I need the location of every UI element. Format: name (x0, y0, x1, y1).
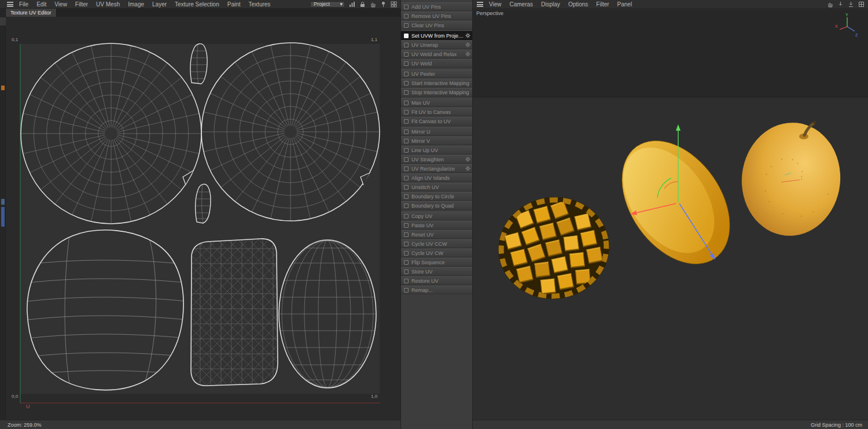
gear-icon[interactable] (465, 157, 470, 162)
command-cycle-uv-cw[interactable]: Cycle UV CW (401, 249, 472, 257)
fit-uv-to-canvas-icon (404, 110, 409, 114)
command-mirror-v[interactable]: Mirror V (401, 136, 472, 145)
viewport-menu-cameras[interactable]: Cameras (506, 1, 538, 8)
gear-icon[interactable] (465, 51, 470, 57)
menu-view[interactable]: View (50, 1, 71, 8)
minimize-arrow-icon[interactable] (837, 1, 844, 8)
command-group: Set UVW from ProjectionUV UnwrapUV Weld … (401, 31, 472, 68)
command-clear-uv-pins[interactable]: Clear UV Pins (401, 21, 472, 29)
command-add-uv-pins[interactable]: Add UV Pins (401, 2, 472, 11)
max-uv-icon (404, 101, 409, 105)
command-label: Store UV (411, 269, 433, 275)
command-label: UV Unwrap (411, 42, 438, 48)
command-copy-uv[interactable]: Copy UV (401, 212, 472, 220)
command-fit-uv-to-canvas[interactable]: Fit UV to Canvas (401, 108, 472, 116)
pin-icon[interactable] (380, 1, 387, 8)
command-uv-weld[interactable]: UV Weld (401, 59, 472, 68)
uv-editor-menubar-right: Project ▾ (310, 1, 400, 8)
command-mirror-u[interactable]: Mirror U (401, 127, 472, 136)
menu-textures[interactable]: Textures (245, 1, 275, 8)
menu-image[interactable]: Image (124, 1, 148, 8)
command-uv-peeler[interactable]: UV Peeler (401, 69, 472, 78)
viewport-menubar: ViewCamerasDisplayOptionsFilterPanel (473, 0, 868, 9)
perspective-viewport-pane: ViewCamerasDisplayOptionsFilterPanel Per… (473, 0, 868, 429)
viewport-canvas[interactable] (473, 9, 868, 420)
layout-grid-icon[interactable] (391, 1, 397, 8)
command-line-up-uv[interactable]: Line Up UV (401, 146, 472, 154)
menu-layer[interactable]: Layer (148, 1, 171, 8)
dock-tab-marker[interactable] (0, 17, 6, 25)
uv-corner-label-11: 1,1 (371, 37, 377, 42)
command-cycle-uv-ccw[interactable]: Cycle UV CCW (401, 239, 472, 248)
histogram-icon[interactable] (349, 1, 355, 8)
command-stop-interactive-mapping[interactable]: Stop Interactive Mapping (401, 88, 472, 97)
command-boundary-to-circle[interactable]: Boundary to Circle (401, 192, 472, 201)
hamburger-menu-icon[interactable] (477, 2, 483, 7)
project-dropdown[interactable]: Project ▾ (310, 1, 345, 8)
tab-texture-uv-editor[interactable]: Texture UV Editor (6, 9, 57, 17)
viewport-menu-filter[interactable]: Filter (592, 1, 613, 8)
layout-grid-icon[interactable] (858, 1, 865, 8)
hamburger-menu-icon[interactable] (7, 2, 13, 7)
dock-marker-blue[interactable] (1, 199, 5, 205)
command-remap[interactable]: Remap... (401, 286, 472, 294)
command-group: Max UVFit UV to CanvasFit Canvas to UV (401, 98, 472, 125)
menu-edit[interactable]: Edit (32, 1, 50, 8)
command-label: Remove UV Pins (411, 13, 451, 19)
viewport-menu-panel[interactable]: Panel (613, 1, 637, 8)
command-label: Set UVW from Projection (411, 33, 465, 39)
application-window: FileEditViewFilterUV MeshImageLayerTextu… (0, 0, 868, 429)
command-restore-uv[interactable]: Restore UV (401, 276, 472, 285)
command-store-uv[interactable]: Store UV (401, 267, 472, 276)
menu-paint[interactable]: Paint (223, 1, 245, 8)
command-label: Cycle UV CW (411, 250, 443, 256)
command-unstitch-uv[interactable]: Unstitch UV (401, 183, 472, 191)
command-flip-sequence[interactable]: Flip Sequence (401, 258, 472, 267)
command-fit-canvas-to-uv[interactable]: Fit Canvas to UV (401, 117, 472, 125)
command-uv-rectangularize[interactable]: UV Rectangularize (401, 164, 472, 173)
command-boundary-to-quad[interactable]: Boundary to Quad (401, 201, 472, 210)
boundary-to-quad-icon (404, 204, 409, 208)
command-uv-unwrap[interactable]: UV Unwrap (401, 40, 472, 49)
command-label: Cycle UV CCW (411, 241, 447, 247)
hand-icon[interactable] (370, 1, 376, 8)
dock-down-icon[interactable] (848, 1, 854, 8)
uv-editor-menu: FileEditViewFilterUV MeshImageLayerTextu… (15, 1, 274, 8)
gear-icon[interactable] (465, 42, 470, 47)
uv-corner-label-01: 0,1 (12, 37, 18, 42)
viewport-menu-display[interactable]: Display (537, 1, 564, 8)
uv-editor-statusbar: Zoom: 259.0% (0, 420, 400, 429)
menu-filter[interactable]: Filter (71, 1, 92, 8)
clear-uv-pins-icon (404, 23, 409, 28)
menu-texture-selection[interactable]: Texture Selection (171, 1, 223, 8)
command-align-uv-islands[interactable]: Align UV Islands (401, 173, 472, 182)
command-reset-uv[interactable]: Reset UV (401, 230, 472, 239)
command-label: UV Weld and Relax (411, 51, 457, 57)
dock-marker-blue-2[interactable] (1, 207, 5, 227)
viewport-menu-view[interactable]: View (485, 1, 506, 8)
command-remove-uv-pins[interactable]: Remove UV Pins (401, 12, 472, 20)
uv-canvas[interactable] (6, 17, 400, 419)
lock-icon[interactable] (359, 1, 366, 8)
dock-marker-orange[interactable] (1, 86, 5, 90)
uv-unwrap-icon (404, 43, 409, 47)
align-uv-islands-icon (404, 176, 409, 180)
gear-icon[interactable] (465, 33, 470, 38)
command-paste-uv[interactable]: Paste UV (401, 221, 472, 230)
command-start-interactive-mapping[interactable]: Start Interactive Mapping (401, 79, 472, 87)
command-label: Copy UV (411, 213, 432, 219)
uv-weld-and-relax-icon (404, 52, 409, 57)
set-uvw-from-projection-icon (404, 34, 409, 38)
command-uv-straighten[interactable]: UV Straighten (401, 155, 472, 164)
command-uv-weld-and-relax[interactable]: UV Weld and Relax (401, 50, 472, 58)
copy-uv-icon (404, 214, 409, 219)
menu-uv-mesh[interactable]: UV Mesh (92, 1, 124, 8)
gear-icon[interactable] (465, 166, 470, 171)
axis-orientation-gizmo[interactable]: YXZ (834, 12, 861, 38)
command-max-uv[interactable]: Max UV (401, 98, 472, 107)
menu-file[interactable]: File (15, 1, 32, 8)
command-set-uvw-from-projection[interactable]: Set UVW from Projection (401, 31, 472, 40)
viewport-menu-options[interactable]: Options (564, 1, 592, 8)
paste-uv-icon (404, 223, 409, 228)
grab-hand-icon[interactable] (827, 1, 833, 8)
